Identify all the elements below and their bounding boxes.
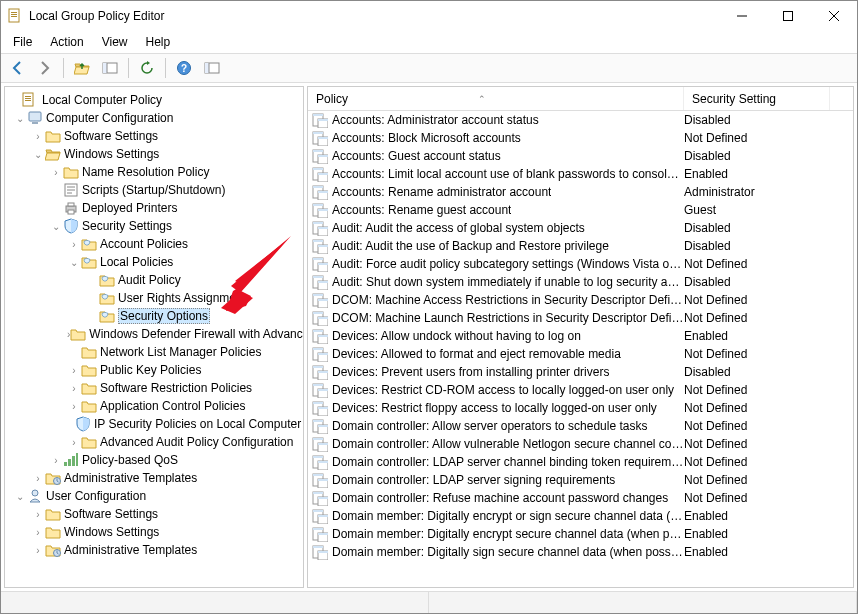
tree-windows-settings[interactable]: ⌄Windows Settings [5, 145, 303, 163]
expand-icon[interactable]: › [31, 473, 45, 484]
expand-icon[interactable]: › [67, 401, 81, 412]
tree-advanced-audit-policy[interactable]: ›Advanced Audit Policy Configuration [5, 433, 303, 451]
list-row[interactable]: Domain controller: Allow server operator… [308, 417, 853, 435]
expand-icon[interactable]: › [49, 167, 63, 178]
expand-icon[interactable]: › [67, 239, 81, 250]
expand-icon[interactable]: › [67, 365, 81, 376]
svg-rect-28 [784, 12, 793, 21]
tree-label: Scripts (Startup/Shutdown) [82, 183, 225, 197]
menu-help[interactable]: Help [138, 33, 179, 51]
tree-user-configuration[interactable]: ⌄User Configuration [5, 487, 303, 505]
tree-scripts[interactable]: ▶Scripts (Startup/Shutdown) [5, 181, 303, 199]
tree-security-options[interactable]: ▶Security Options [5, 307, 303, 325]
export-list-button[interactable] [135, 56, 159, 80]
expand-icon[interactable]: › [67, 383, 81, 394]
tree-public-key-policies[interactable]: ›Public Key Policies [5, 361, 303, 379]
list-header: Policy⌃ Security Setting [308, 87, 853, 111]
list-row[interactable]: Audit: Shut down system immediately if u… [308, 273, 853, 291]
up-level-button[interactable] [70, 56, 94, 80]
tree-application-control-policies[interactable]: ›Application Control Policies [5, 397, 303, 415]
tree-audit-policy[interactable]: ▶Audit Policy [5, 271, 303, 289]
collapse-icon[interactable]: ⌄ [13, 113, 27, 124]
expand-icon[interactable]: › [31, 527, 45, 538]
minimize-button[interactable] [719, 1, 765, 31]
list-row[interactable]: Audit: Audit the use of Backup and Resto… [308, 237, 853, 255]
tree-software-restriction-policies[interactable]: ›Software Restriction Policies [5, 379, 303, 397]
policy-item-icon [312, 310, 328, 326]
policy-name: Accounts: Guest account status [332, 149, 501, 163]
list-row[interactable]: Accounts: Administrator account statusDi… [308, 111, 853, 129]
policy-item-icon [312, 238, 328, 254]
tree-software-settings-user[interactable]: ›Software Settings [5, 505, 303, 523]
policy-list[interactable]: Policy⌃ Security Setting Accounts: Admin… [307, 86, 854, 588]
tree-name-resolution-policy[interactable]: ›Name Resolution Policy [5, 163, 303, 181]
tree-security-settings[interactable]: ⌄Security Settings [5, 217, 303, 235]
list-row[interactable]: DCOM: Machine Launch Restrictions in Sec… [308, 309, 853, 327]
list-row[interactable]: Devices: Allowed to format and eject rem… [308, 345, 853, 363]
tree-account-policies[interactable]: ›Account Policies [5, 235, 303, 253]
expand-icon[interactable]: › [31, 545, 45, 556]
console-tree[interactable]: ▶Local Computer Policy ⌄Computer Configu… [4, 86, 304, 588]
collapse-icon[interactable]: ⌄ [13, 491, 27, 502]
list-row[interactable]: Devices: Restrict floppy access to local… [308, 399, 853, 417]
expand-icon[interactable]: › [31, 509, 45, 520]
list-row[interactable]: Domain member: Digitally encrypt or sign… [308, 507, 853, 525]
list-row[interactable]: Domain controller: LDAP server signing r… [308, 471, 853, 489]
policy-setting: Not Defined [684, 347, 830, 361]
tree-administrative-templates[interactable]: ›Administrative Templates [5, 469, 303, 487]
nav-forward-button[interactable] [33, 56, 57, 80]
tree-local-policies[interactable]: ⌄Local Policies [5, 253, 303, 271]
help-button[interactable] [172, 56, 196, 80]
tree-windows-defender-firewall[interactable]: ›Windows Defender Firewall with Advanced… [5, 325, 303, 343]
menu-action[interactable]: Action [42, 33, 91, 51]
list-row[interactable]: Domain member: Digitally sign secure cha… [308, 543, 853, 561]
policy-setting: Disabled [684, 113, 830, 127]
policy-setting: Guest [684, 203, 830, 217]
list-row[interactable]: Devices: Restrict CD-ROM access to local… [308, 381, 853, 399]
tree-label: Advanced Audit Policy Configuration [100, 435, 293, 449]
list-row[interactable]: Audit: Audit the access of global system… [308, 219, 853, 237]
tree-policy-based-qos[interactable]: ›Policy-based QoS [5, 451, 303, 469]
tree-user-rights-assignment[interactable]: ▶User Rights Assignment [5, 289, 303, 307]
tree-root[interactable]: ▶Local Computer Policy [5, 91, 303, 109]
list-row[interactable]: Accounts: Block Microsoft accountsNot De… [308, 129, 853, 147]
collapse-icon[interactable]: ⌄ [31, 149, 45, 160]
expand-icon[interactable]: › [31, 131, 45, 142]
list-row[interactable]: Domain member: Digitally encrypt secure … [308, 525, 853, 543]
column-header-policy[interactable]: Policy⌃ [308, 87, 684, 110]
list-row[interactable]: Domain controller: Refuse machine accoun… [308, 489, 853, 507]
collapse-icon[interactable]: ⌄ [49, 221, 63, 232]
list-row[interactable]: Domain controller: LDAP server channel b… [308, 453, 853, 471]
list-row[interactable]: Devices: Allow undock without having to … [308, 327, 853, 345]
templates-icon [45, 470, 61, 486]
tree-deployed-printers[interactable]: ▶Deployed Printers [5, 199, 303, 217]
nav-back-button[interactable] [5, 56, 29, 80]
list-row[interactable]: Devices: Prevent users from installing p… [308, 363, 853, 381]
properties-button[interactable] [200, 56, 224, 80]
list-row[interactable]: Accounts: Rename guest accountGuest [308, 201, 853, 219]
tree-software-settings[interactable]: ›Software Settings [5, 127, 303, 145]
tree-administrative-templates-user[interactable]: ›Administrative Templates [5, 541, 303, 559]
policy-setting: Not Defined [684, 311, 830, 325]
list-row[interactable]: Domain controller: Allow vulnerable Netl… [308, 435, 853, 453]
tree-computer-configuration[interactable]: ⌄Computer Configuration [5, 109, 303, 127]
tree-network-list-manager-policies[interactable]: ▶Network List Manager Policies [5, 343, 303, 361]
collapse-icon[interactable]: ⌄ [67, 257, 81, 268]
list-row[interactable]: Audit: Force audit policy subcategory se… [308, 255, 853, 273]
expand-icon[interactable]: › [67, 437, 81, 448]
policy-item-icon [312, 148, 328, 164]
close-button[interactable] [811, 1, 857, 31]
maximize-button[interactable] [765, 1, 811, 31]
menu-view[interactable]: View [94, 33, 136, 51]
tree-ip-security-policies[interactable]: ▶IP Security Policies on Local Computer [5, 415, 303, 433]
expand-icon[interactable]: › [49, 455, 63, 466]
list-row[interactable]: Accounts: Limit local account use of bla… [308, 165, 853, 183]
list-row[interactable]: Accounts: Guest account statusDisabled [308, 147, 853, 165]
policy-item-icon [312, 220, 328, 236]
list-row[interactable]: Accounts: Rename administrator accountAd… [308, 183, 853, 201]
column-header-security-setting[interactable]: Security Setting [684, 87, 830, 110]
show-hide-tree-button[interactable] [98, 56, 122, 80]
tree-windows-settings-user[interactable]: ›Windows Settings [5, 523, 303, 541]
menu-file[interactable]: File [5, 33, 40, 51]
list-row[interactable]: DCOM: Machine Access Restrictions in Sec… [308, 291, 853, 309]
